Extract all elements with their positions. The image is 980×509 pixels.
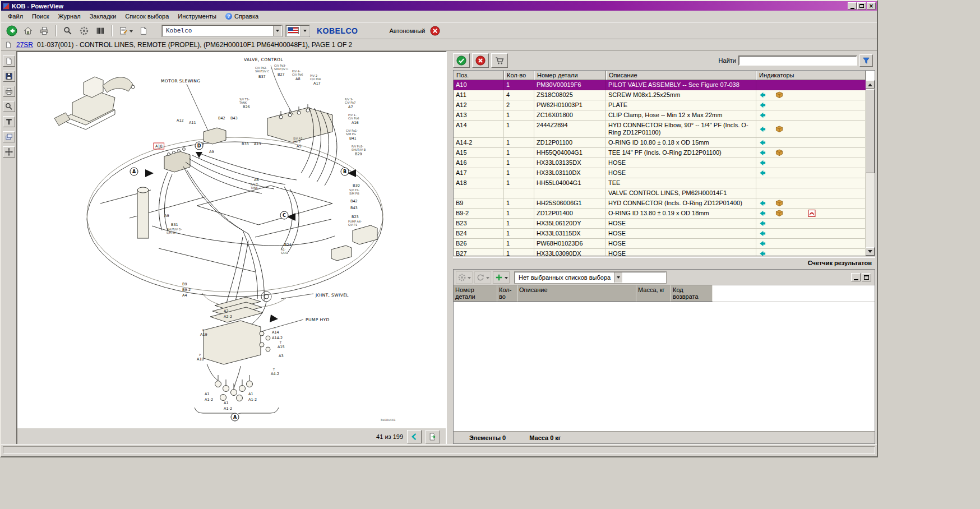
diagram-label[interactable]: A1 [224,401,229,405]
diagram-label[interactable]: B42 [218,116,225,121]
selection-refresh-button[interactable] [474,271,491,284]
kit-package-icon[interactable] [775,126,792,133]
column-header[interactable]: Описание [606,71,756,80]
menu-item-поиск[interactable]: Поиск [27,11,53,21]
diagram-label[interactable]: A7 [348,105,353,109]
diagram-label[interactable]: A1 [205,392,210,396]
kit-package-icon[interactable] [775,91,792,99]
goto-figure-icon[interactable] [759,149,775,156]
model-link[interactable]: 27SR [16,41,33,49]
menu-item-журнал[interactable]: Журнал [54,11,85,21]
selection-column-header[interactable]: Кол-во [497,285,517,302]
table-row[interactable]: A161HX33L03135DXHOSE [454,158,866,168]
diagram-label[interactable]: A15 [278,345,285,349]
table-row[interactable]: VALVE CONTROL LINES, PM62H00014F1 [454,188,866,198]
table-row[interactable]: A181HH55L04004G1TEE [454,178,866,188]
export-page-button[interactable] [3,55,15,67]
brand-select[interactable]: Kobelco [162,25,282,36]
new-page-button[interactable] [136,24,151,38]
print-button[interactable] [37,24,52,38]
diagram-label[interactable]: B43 [350,206,358,210]
find-input[interactable] [738,55,857,66]
diagram-label[interactable]: A6 [254,178,259,182]
table-row[interactable]: B9-21ZD12P01400O-RING ID 13.80 ± 0.19 x … [454,209,866,219]
table-row[interactable]: A171HX33L03110DXHOSE [454,168,866,178]
chevron-down-icon[interactable] [301,26,309,36]
next-figure-button[interactable] [426,430,440,443]
diagram-label[interactable]: A19 [200,332,207,337]
diagram-label[interactable]: A13 [254,142,261,146]
diagram-label[interactable]: A8 [295,77,301,81]
goto-figure-icon[interactable] [759,200,775,207]
layers-button[interactable] [3,131,15,142]
pdf-document-icon[interactable] [808,210,825,217]
diagram-label[interactable]: A18 [197,357,204,362]
zoom-button[interactable] [3,101,15,112]
panel-minimize-button[interactable] [851,273,861,281]
diagram-label[interactable]: A1-2 [224,406,232,411]
minimize-button[interactable] [848,2,857,10]
diagram-label[interactable]: A9 [209,150,214,154]
scrollbar-thumb[interactable] [866,89,875,173]
diagram-label[interactable]: A5 [297,144,302,149]
clear-selection-button[interactable] [472,53,489,68]
table-row[interactable]: A1412444Z2894HYD CONNECTOR Elbow, 90° --… [454,121,866,138]
filter-button[interactable] [859,54,873,67]
selection-column-header[interactable]: Номер детали [454,285,497,302]
diagram-label[interactable]: A14-2 [272,336,283,340]
selection-column-header[interactable]: Масса, кг [636,285,671,302]
table-row[interactable]: A101PM30V00019F6PILOT VALVE ASSEMBLY -- … [454,80,866,90]
diagram-label[interactable]: A17 [313,81,321,86]
settings-gear-button[interactable] [77,24,91,38]
kit-package-icon[interactable] [775,210,792,217]
selection-settings-button[interactable] [456,271,473,284]
selection-column-header[interactable]: Код возврата [671,285,713,302]
goto-figure-icon[interactable] [759,139,775,146]
table-row[interactable]: A14-21ZD12P01100O-RING ID 10.80 ± 0.18 x… [454,138,866,148]
diagram-label[interactable]: B31 [171,223,178,227]
goto-figure-icon[interactable] [759,91,775,99]
results-counter-bar[interactable]: Счетчик результатов [453,257,875,267]
print-diagram-button[interactable] [3,86,15,97]
kit-package-icon[interactable] [775,200,792,207]
diagram-label[interactable]: A2 [224,309,229,313]
table-row[interactable]: A122PW62H01003P1PLATE [454,100,866,110]
edit-note-button[interactable] [117,24,135,38]
diagram-label[interactable]: B43 [230,116,238,121]
goto-figure-icon[interactable] [759,169,775,177]
diagram-label[interactable]: B27 [278,72,285,77]
goto-figure-icon[interactable] [759,250,775,256]
goto-figure-icon[interactable] [759,126,775,133]
goto-figure-icon[interactable] [759,230,775,237]
menu-item-файл[interactable]: Файл [3,11,27,21]
diagram-label[interactable]: A1-2 [248,397,257,402]
diagram-label[interactable]: A2-2 [224,314,232,319]
goto-figure-icon[interactable] [759,101,775,109]
barcode-button[interactable] [93,24,108,38]
diagram-label[interactable]: A14 [272,330,279,335]
table-row[interactable]: B271HX33L03090DXHOSE [454,249,866,256]
parts-scrollbar[interactable] [866,80,875,256]
diagram-label[interactable]: B37 [258,75,266,79]
goto-figure-icon[interactable] [759,112,775,119]
menu-item-закладки[interactable]: Закладки [85,11,121,21]
kit-package-icon[interactable] [775,149,792,156]
diagram-label[interactable]: B29 [355,152,362,156]
table-row[interactable]: B91HH25S06006G1HYD CONNECTOR (Incls. O-R… [454,198,866,209]
back-button[interactable] [4,24,19,38]
save-button[interactable] [3,71,15,82]
goto-figure-icon[interactable] [759,159,775,166]
diagram-label[interactable]: B30 [353,183,360,188]
diagram-label[interactable]: B9 [182,282,187,286]
table-row[interactable]: B261PW68H01023D6HOSE [454,239,866,249]
selection-column-header[interactable]: Описание [517,285,636,302]
goto-figure-icon[interactable] [759,210,775,217]
diagram-label[interactable]: B33 [242,142,249,146]
diagram-label[interactable]: B26 [243,105,250,109]
diagram-label[interactable]: B42 [350,199,358,203]
column-header[interactable]: Поз. [454,71,504,80]
chevron-down-icon[interactable] [273,26,281,36]
panel-maximize-button[interactable] [862,273,871,281]
chevron-down-icon[interactable] [614,272,622,283]
goto-figure-icon[interactable] [759,220,775,227]
